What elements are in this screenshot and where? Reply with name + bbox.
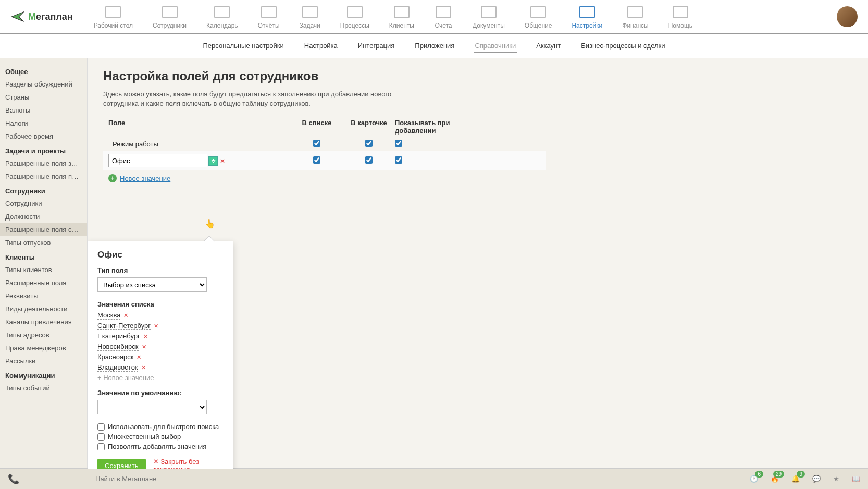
nav-Процессы[interactable]: Процессы — [340, 4, 369, 29]
checkbox-list[interactable] — [313, 140, 320, 147]
save-button[interactable]: Сохранить — [97, 459, 146, 470]
sidebar-item[interactable]: Типы клиентов — [0, 263, 87, 276]
nav-Настройки[interactable]: Настройки — [572, 4, 602, 29]
new-value-link[interactable]: Новое значение — [97, 374, 224, 382]
field-settings-popover: Офис Тип поля Выбор из списка Значения с… — [88, 241, 233, 469]
remove-value-icon[interactable]: ✕ — [123, 312, 128, 319]
svg-rect-1 — [163, 6, 177, 18]
svg-rect-6 — [394, 6, 409, 18]
nav-Помощь[interactable]: Помощь — [668, 4, 692, 29]
sidebar-item[interactable]: Права менеджеров — [0, 341, 87, 354]
remove-value-icon[interactable]: ✕ — [137, 354, 141, 361]
sidebar-item[interactable]: Типы адресов — [0, 328, 87, 341]
field-name-input[interactable] — [108, 154, 207, 167]
sidebar-item[interactable]: Разделы обсуждений — [0, 78, 87, 91]
sidebar-item[interactable]: Виды деятельности — [0, 302, 87, 315]
option-checkbox-row: Позволять добавлять значения — [97, 443, 224, 450]
checkbox-add[interactable] — [395, 156, 402, 164]
nav-Документы[interactable]: Документы — [473, 4, 505, 29]
sidebar: ОбщееРазделы обсужденийСтраныВалютыНалог… — [0, 58, 88, 469]
subtab-Справочники[interactable]: Справочники — [474, 40, 517, 53]
type-select[interactable]: Выбор из списка — [97, 277, 207, 292]
nav-Сотрудники[interactable]: Сотрудники — [153, 4, 187, 29]
subtab-Интеграция[interactable]: Интеграция — [357, 40, 396, 53]
list-values: Москва✕Санкт-Петербург✕Екатеринбург✕Ново… — [97, 311, 224, 382]
list-value-text[interactable]: Владивосток — [97, 363, 138, 372]
sidebar-item[interactable]: Расширенные поля проек... — [0, 170, 87, 183]
checkbox-card[interactable] — [365, 156, 373, 164]
sidebar-item[interactable]: Реквизиты — [0, 289, 87, 302]
sidebar-item[interactable]: Сотрудники — [0, 197, 87, 210]
header-card: В карточке — [343, 119, 395, 135]
remove-value-icon[interactable]: ✕ — [154, 323, 158, 329]
option-checkbox-row: Использовать для быстрого поиска — [97, 423, 224, 431]
svg-rect-10 — [580, 6, 594, 18]
remove-value-icon[interactable]: ✕ — [143, 333, 148, 340]
list-value-text[interactable]: Красноярск — [97, 353, 133, 361]
logo-text: Мегаплан — [28, 11, 73, 22]
nav-Рабочий стол[interactable]: Рабочий стол — [94, 4, 133, 29]
table-row: ✲✕ — [103, 151, 546, 170]
logo[interactable]: Мегаплан — [10, 9, 73, 24]
svg-rect-8 — [481, 6, 496, 18]
list-value-text[interactable]: Санкт-Петербург — [97, 322, 151, 330]
svg-rect-11 — [628, 6, 642, 18]
svg-rect-3 — [262, 6, 276, 18]
subtab-Персональные настройки[interactable]: Персональные настройки — [202, 40, 284, 53]
checkbox-card[interactable] — [365, 140, 373, 147]
nav-Задачи[interactable]: Задачи — [300, 4, 320, 29]
subtab-Аккаунт[interactable]: Аккаунт — [535, 40, 562, 53]
sidebar-section: Задачи и проекты — [0, 143, 87, 157]
list-value-text[interactable]: Москва — [97, 311, 120, 320]
sidebar-item[interactable]: Рассылки — [0, 354, 87, 368]
sidebar-item[interactable]: Налоги — [0, 117, 87, 130]
checkbox-list[interactable] — [313, 156, 320, 164]
popover-actions: Сохранить ✕ Закрыть без сохранения — [97, 458, 224, 469]
cancel-link[interactable]: ✕ Закрыть без сохранения — [153, 458, 224, 469]
add-value-link[interactable]: Новое значение — [120, 175, 170, 182]
list-value-item: Новосибирск✕ — [97, 343, 224, 351]
sidebar-section: Коммуникации — [0, 368, 87, 382]
nav-Общение[interactable]: Общение — [525, 4, 552, 29]
subtab-Бизнес-процессы и сделки[interactable]: Бизнес-процессы и сделки — [580, 40, 666, 53]
svg-rect-9 — [531, 6, 545, 18]
sidebar-item[interactable]: Расширенные поля сотру... — [0, 223, 87, 236]
sidebar-item[interactable]: Рабочее время — [0, 130, 87, 143]
option-checkbox[interactable] — [97, 423, 105, 431]
fields-table: Поле В списке В карточке Показывать при … — [103, 116, 546, 182]
sidebar-item[interactable]: Валюты — [0, 104, 87, 117]
nav-Клиенты[interactable]: Клиенты — [389, 4, 414, 29]
nav-Календарь[interactable]: Календарь — [206, 4, 238, 29]
option-checkbox[interactable] — [97, 443, 105, 450]
checkbox-add[interactable] — [395, 140, 402, 147]
nav-Отчёты[interactable]: Отчёты — [258, 4, 280, 29]
sidebar-item[interactable]: Расширенные поля — [0, 276, 87, 289]
sidebar-item[interactable]: Страны — [0, 91, 87, 104]
nav-Финансы[interactable]: Финансы — [622, 4, 648, 29]
default-select[interactable] — [97, 400, 207, 414]
subtab-Настройка[interactable]: Настройка — [303, 40, 339, 53]
user-avatar[interactable] — [837, 6, 858, 27]
sidebar-item[interactable]: Расширенные поля задач — [0, 157, 87, 170]
sidebar-item[interactable]: Типы отпусков — [0, 236, 87, 249]
subtab-Приложения[interactable]: Приложения — [414, 40, 455, 53]
option-checkbox[interactable] — [97, 433, 105, 441]
svg-rect-0 — [106, 6, 120, 18]
values-label: Значения списка — [97, 300, 224, 308]
header-field: Поле — [108, 119, 291, 135]
sidebar-section: Сотрудники — [0, 183, 87, 197]
list-value-text[interactable]: Новосибирск — [97, 343, 139, 351]
delete-icon[interactable]: ✕ — [220, 157, 225, 165]
remove-value-icon[interactable]: ✕ — [142, 344, 146, 350]
sidebar-item[interactable]: Типы событий — [0, 382, 87, 395]
nav-Счета[interactable]: Счета — [434, 4, 453, 29]
sidebar-item[interactable]: Каналы привлечения — [0, 315, 87, 328]
content: Настройка полей для сотрудников Здесь мо… — [88, 58, 868, 469]
gear-icon[interactable]: ✲ — [208, 156, 218, 166]
list-value-text[interactable]: Екатеринбург — [97, 332, 140, 340]
sidebar-item[interactable]: Должности — [0, 210, 87, 223]
table-header: Поле В списке В карточке Показывать при … — [103, 116, 546, 137]
sidebar-section: Клиенты — [0, 249, 87, 263]
remove-value-icon[interactable]: ✕ — [141, 364, 146, 371]
table-row: Режим работы — [103, 137, 546, 151]
